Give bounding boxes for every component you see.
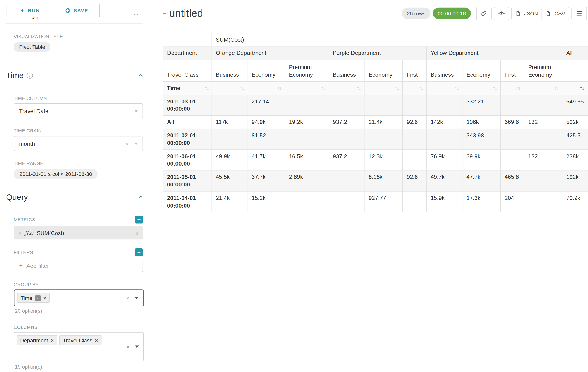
add-filter-plus-button[interactable]: + <box>135 248 143 256</box>
column-header-cell: Economy <box>248 60 285 81</box>
value-cell: 238k <box>562 149 588 170</box>
department-header-cell: Department <box>163 46 212 60</box>
chevron-down-icon <box>135 345 139 348</box>
value-cell: 37.7k <box>248 170 285 191</box>
sort-icon[interactable]: ↑↓ <box>205 85 209 91</box>
info-icon[interactable]: i <box>27 73 33 79</box>
value-cell <box>364 129 402 150</box>
row-label-cell: All <box>163 116 212 129</box>
control-panel-sidebar: Chart Type RUN SAVE VISUALIZATION TYPE P… <box>0 0 151 372</box>
value-cell: 2.69k <box>285 170 329 191</box>
time-grain-label: TIME GRAIN <box>14 128 42 133</box>
selected-option-tag[interactable]: Department× <box>17 335 57 345</box>
row-label-cell: 2011-06-01 00:00:00 <box>163 149 212 170</box>
metric-label: SUM(Cost) <box>37 230 64 236</box>
download-json-button[interactable]: .JSON <box>511 7 542 20</box>
sort-icon[interactable]: ↑↓ <box>357 85 360 91</box>
value-cell <box>212 95 248 116</box>
copy-link-button[interactable] <box>476 7 492 20</box>
chart-title[interactable]: - untitled <box>163 7 203 19</box>
metric-header-row: SUM(Cost) <box>163 33 588 46</box>
value-cell <box>501 149 524 170</box>
value-cell: 217.14 <box>248 95 285 116</box>
time-section-title: Time <box>6 71 23 80</box>
collapse-query-section-icon[interactable] <box>137 194 144 200</box>
run-button[interactable]: RUN <box>7 4 53 17</box>
sort-icon[interactable]: ↑↓ <box>277 85 281 91</box>
selected-option-tag[interactable]: Travel Class× <box>60 335 101 345</box>
value-cell: 16.5k <box>285 149 329 170</box>
embed-code-button[interactable]: </> <box>494 7 509 20</box>
column-header-cell: Business <box>329 60 364 81</box>
visualization-type-value[interactable]: Pivot Table <box>14 42 51 52</box>
table-row: All117k94.9k19.2k937.221.4k92.6142k106k6… <box>163 116 588 129</box>
menu-button[interactable] <box>571 7 587 20</box>
value-cell: 192k <box>562 170 588 191</box>
time-grain-select[interactable]: month × <box>14 136 143 151</box>
time-range-value[interactable]: 2011-01-01 ≤ col < 2011-06-30 <box>14 169 98 179</box>
group-header-cell: All <box>562 46 588 60</box>
selected-option-tag[interactable]: Timei× <box>17 293 50 303</box>
sort-icon[interactable]: ↑↓ <box>516 85 520 91</box>
time-column-select[interactable]: Travel Date <box>14 104 143 118</box>
value-cell: 502k <box>562 116 588 129</box>
remove-tag-icon[interactable]: × <box>95 337 98 343</box>
bolt-icon <box>20 8 25 13</box>
value-cell: 937.2 <box>329 116 364 129</box>
clear-icon[interactable]: × <box>126 295 129 301</box>
remove-metric-icon[interactable]: × <box>18 230 21 236</box>
columns-select[interactable]: Department×Travel Class× × <box>14 332 144 361</box>
remove-tag-icon[interactable]: × <box>51 337 53 343</box>
remove-tag-icon[interactable]: × <box>43 295 46 301</box>
column-header-row: Travel ClassBusinessEconomyPremium Econo… <box>163 60 588 81</box>
filters-label: FILTERS <box>14 250 33 255</box>
value-cell: 132 <box>524 116 562 129</box>
query-section-header: Query <box>6 193 144 202</box>
tag-label: Travel Class <box>63 337 92 343</box>
table-row: 2011-05-01 00:00:0045.5k37.7k2.69k8.16k9… <box>163 170 588 191</box>
sort-icon[interactable]: ↑↓ <box>419 85 422 91</box>
sort-icon[interactable]: ↑↓ <box>321 85 325 91</box>
sort-header-cell: ↑↓ <box>524 81 562 95</box>
sort-header-cell: ↑↓ <box>248 81 285 95</box>
tag-label: Department <box>20 337 48 343</box>
value-cell: 332.21 <box>462 95 501 116</box>
value-cell <box>524 95 562 116</box>
sort-icon[interactable]: ↑↓ <box>493 85 496 91</box>
value-cell: 425.5 <box>562 129 588 150</box>
sort-icon[interactable]: ↑↓ <box>240 85 243 91</box>
group-by-tags: Timei× <box>16 295 51 301</box>
value-cell: 8.16k <box>364 170 402 191</box>
expand-metric-icon[interactable]: › <box>136 229 138 236</box>
collapse-time-section-icon[interactable] <box>137 73 144 79</box>
column-info-icon[interactable]: i <box>35 295 41 301</box>
group-by-select[interactable]: Timei× × <box>14 289 144 306</box>
download-csv-button[interactable]: .CSV <box>542 7 569 20</box>
sort-icon[interactable]: ↑↓ <box>555 85 558 91</box>
value-cell <box>524 170 562 191</box>
group-by-options-hint: 20 option(s) <box>15 308 42 314</box>
columns-label: COLUMNS <box>14 325 37 330</box>
sort-desc-icon[interactable]: ↑↓ <box>580 85 584 91</box>
group-by-label: GROUP BY <box>14 282 39 287</box>
column-header-cell: Business <box>427 60 462 81</box>
sort-icon[interactable]: ↑↓ <box>395 85 399 91</box>
clear-icon[interactable]: × <box>126 343 129 350</box>
add-metric-button[interactable]: + <box>135 215 143 223</box>
column-header-cell: Economy <box>364 60 402 81</box>
add-filter-button[interactable]: + Add filter <box>14 258 143 272</box>
time-column-label: TIME COLUMN <box>14 96 47 101</box>
visualization-type-label: VISUALIZATION TYPE <box>14 34 63 39</box>
value-cell <box>212 129 248 150</box>
pivot-table-container: SUM(Cost)DepartmentOrange DepartmentPurp… <box>163 33 588 212</box>
sort-icon[interactable]: ↑↓ <box>455 85 458 91</box>
chevron-up-icon[interactable] <box>133 14 139 18</box>
value-cell: 549.35 <box>562 95 588 116</box>
save-button[interactable]: SAVE <box>53 4 100 17</box>
plus-icon: + <box>19 262 22 269</box>
value-cell: 41.7k <box>248 149 285 170</box>
column-header-cell: Business <box>212 60 248 81</box>
clear-icon[interactable]: × <box>126 140 129 147</box>
export-button-group: .JSON .CSV <box>511 7 569 20</box>
metric-item[interactable]: × ƒ(x) SUM(Cost) › <box>14 226 143 239</box>
